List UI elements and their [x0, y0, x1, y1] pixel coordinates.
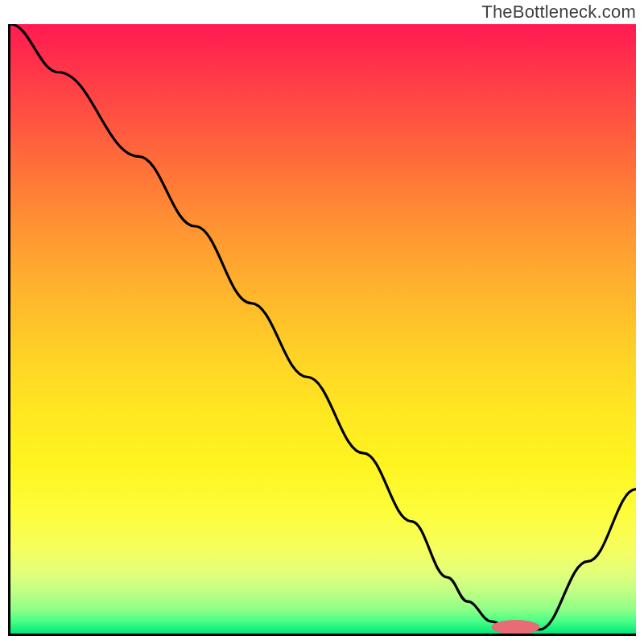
- plot-area: [8, 24, 636, 636]
- bottleneck-curve: [10, 24, 636, 630]
- watermark-text: TheBottleneck.com: [481, 2, 636, 23]
- highlight-pill: [492, 620, 540, 634]
- chart-overlay: [10, 24, 636, 634]
- chart-container: TheBottleneck.com: [0, 0, 644, 644]
